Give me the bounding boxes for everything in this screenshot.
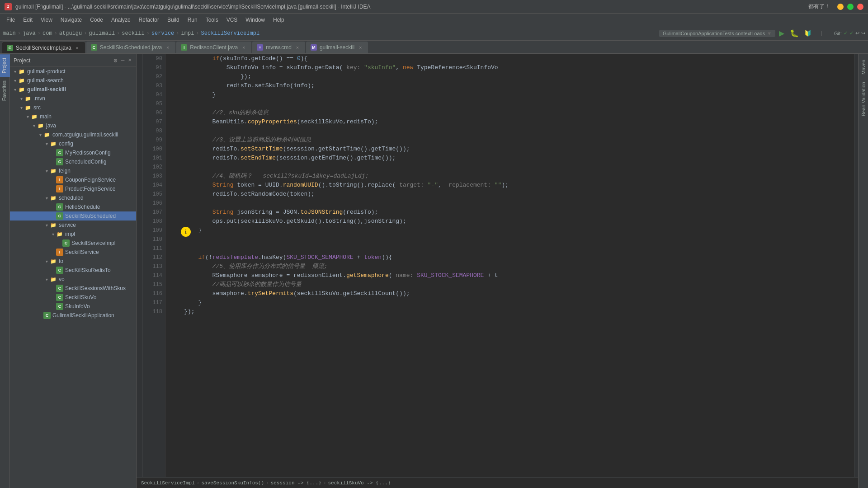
menu-edit[interactable]: Edit <box>19 15 36 24</box>
tree-vo[interactable]: ▾ 📁 vo <box>10 275 136 284</box>
tree-mvn[interactable]: ▾ 📁 .mvn <box>10 94 136 103</box>
tree-gulimall-search[interactable]: ▾ 📁 gulimall-search <box>10 76 136 85</box>
sidebar-close[interactable]: × <box>127 56 132 65</box>
tree-seckillserviceimpl[interactable]: C SeckillServiceImpl <box>10 239 136 248</box>
minimize-button[interactable] <box>837 4 844 10</box>
tree-scheduled[interactable]: ▾ 📁 scheduled <box>10 193 136 202</box>
tree-helloschedule[interactable]: C HelloSchedule <box>10 202 136 211</box>
bc-java[interactable]: java <box>23 30 36 37</box>
tree-main[interactable]: ▾ 📁 main <box>10 112 136 121</box>
menu-navigate[interactable]: Navigate <box>57 15 85 24</box>
bc-seckill[interactable]: seckill <box>122 30 144 37</box>
ebc-class[interactable]: SeckillServiceImpl <box>141 480 195 486</box>
tree-seckillskuscheduled[interactable]: C SeckillSkuScheduled <box>10 211 136 221</box>
tree-seckillservice[interactable]: I SeckillService <box>10 248 136 257</box>
sidebar-icons: ⚙ — × <box>113 56 132 65</box>
tree-seckillskuredisto[interactable]: C SecKillSkuRedisTo <box>10 266 136 275</box>
code-line-108: ops.put(seckillSkuVo.getSkuId().toString… <box>170 217 850 226</box>
tree-arrow: ▾ <box>43 169 50 174</box>
code-editor[interactable]: if(skuInfo.getCode() == 0){ SkuInfoVo in… <box>165 54 854 477</box>
tree-scheduledconfig[interactable]: C ScheduledConfig <box>10 157 136 166</box>
tab-icon-java: C <box>7 45 13 51</box>
tree-seckillsessionswithskus[interactable]: C SeckillSessionsWithSkus <box>10 284 136 293</box>
left-panel-tabs: Project Favorites <box>0 54 10 488</box>
code-line-114: RSemaphore semaphore = redissonClient.ge… <box>170 271 850 280</box>
run-config-dropdown[interactable]: ▼ <box>767 31 772 36</box>
debug-button[interactable]: 🐛 <box>788 28 801 38</box>
run-button[interactable]: ▶ <box>777 28 786 38</box>
tree-to[interactable]: ▾ 📁 to <box>10 257 136 266</box>
ebc-lambda1[interactable]: sesssion -> {...} <box>271 480 321 486</box>
tab-close-2[interactable]: × <box>165 44 171 51</box>
tree-com-package[interactable]: ▾ 📁 com.atguigu.gulimall.seckill <box>10 130 136 139</box>
close-button[interactable] <box>857 4 863 10</box>
maven-tab-btn[interactable]: Maven <box>859 56 868 78</box>
favorites-tab-btn[interactable]: Favorites <box>0 77 10 104</box>
maximize-button[interactable] <box>847 4 854 10</box>
tree-gulimallseckillapplication[interactable]: C GulimallSeckillApplication <box>10 311 136 320</box>
menu-build[interactable]: Build <box>164 15 183 24</box>
tree-impl[interactable]: ▾ 📁 impl <box>10 230 136 239</box>
bean-validation-tab-btn[interactable]: Bean Validation <box>859 78 868 120</box>
sidebar-collapse[interactable]: — <box>120 56 125 65</box>
tree-service[interactable]: ▾ 📁 service <box>10 221 136 230</box>
tab-redissonclient[interactable]: I RedissonClient.java × <box>176 42 251 53</box>
menu-help[interactable]: Help <box>269 15 288 24</box>
tab-mvnw[interactable]: ≡ mvnw.cmd × <box>252 42 305 53</box>
bc-impl[interactable]: impl <box>181 30 194 37</box>
code-line-101: redisTo.setEndTime(sesssion.getEndTime()… <box>170 154 850 163</box>
menu-code[interactable]: Code <box>86 15 107 24</box>
tree-gulimall-product[interactable]: ▾ 📁 gulimall-product <box>10 67 136 76</box>
folder-icon: 📁 <box>56 230 63 238</box>
git-undo[interactable]: ↩ <box>855 30 859 36</box>
tab-gulimall-seckill[interactable]: M gulimall-seckill × <box>306 42 368 53</box>
tab-close-4[interactable]: × <box>294 44 301 51</box>
tab-seckillserviceimpl[interactable]: C SeckillServiceImpl.java × <box>2 42 85 53</box>
tree-couponfeignservice[interactable]: I CouponFeignService <box>10 175 136 184</box>
tree-label: service <box>59 222 76 228</box>
bc-service[interactable]: service <box>151 30 174 37</box>
menu-refactor[interactable]: Refactor <box>135 15 163 24</box>
tree-myredissonconfig[interactable]: C MyRedissonConfig <box>10 148 136 157</box>
tab-seckillskuscheduled[interactable]: C SeckillSkuScheduled.java × <box>86 42 175 53</box>
right-panel-tabs: Maven Bean Validation <box>858 54 868 488</box>
menu-analyze[interactable]: Analyze <box>108 15 134 24</box>
tree-productfeignservice[interactable]: I ProductFeignService <box>10 184 136 193</box>
project-tab-btn[interactable]: Project <box>0 54 10 77</box>
tree-config[interactable]: ▾ 📁 config <box>10 139 136 148</box>
ebc-method[interactable]: saveSessionSkuInfos() <box>201 480 264 486</box>
tab-label-4: mvnw.cmd <box>266 44 292 51</box>
ebc-lambda2[interactable]: seckillSkuVo -> {...} <box>328 480 391 486</box>
tree-arrow: ▾ <box>43 259 50 264</box>
tab-close-5[interactable]: × <box>357 44 363 51</box>
menu-window[interactable]: Window <box>242 15 269 24</box>
menu-view[interactable]: View <box>37 15 56 24</box>
tree-seckillskuvo[interactable]: C SeckillSkuVo <box>10 293 136 302</box>
code-line-113: //5、使用库存作为分布式的信号量 限流; <box>170 262 850 271</box>
bc-atguigu[interactable]: atguigu <box>59 30 82 37</box>
git-checkmark[interactable]: ✓ <box>844 30 848 36</box>
menu-run[interactable]: Run <box>184 15 201 24</box>
git-check2[interactable]: ✓ <box>849 30 854 36</box>
tree-java[interactable]: ▾ 📁 java <box>10 121 136 130</box>
run-with-coverage[interactable]: 🔰 <box>802 29 813 38</box>
folder-icon: 📁 <box>24 95 32 102</box>
sidebar-settings[interactable]: ⚙ <box>113 56 118 65</box>
tree-src[interactable]: ▾ 📁 src <box>10 103 136 112</box>
git-redo[interactable]: ↪ <box>861 30 865 36</box>
tree-label: SeckillSkuVo <box>65 294 96 300</box>
run-config-selector[interactable]: GulimallCouponApplicationTests.contextLo… <box>659 30 775 37</box>
tree-skuinfovo[interactable]: C SkuInfoVo <box>10 302 136 311</box>
tab-close[interactable]: × <box>74 45 80 51</box>
tree-feign[interactable]: ▾ 📁 feign <box>10 166 136 175</box>
menu-vcs[interactable]: VCS <box>223 15 241 24</box>
menu-tools[interactable]: Tools <box>202 15 222 24</box>
tree-gulimall-seckill[interactable]: ▾ 📁 gulimall-seckill <box>10 85 136 94</box>
bc-main[interactable]: main <box>3 30 16 37</box>
tree-label: to <box>59 258 63 264</box>
menu-file[interactable]: File <box>3 15 19 24</box>
bc-class[interactable]: SeckillServiceImpl <box>201 30 260 37</box>
bc-gulimall[interactable]: gulimall <box>89 30 115 37</box>
bc-com[interactable]: com <box>42 30 52 37</box>
tab-close-3[interactable]: × <box>241 44 247 51</box>
